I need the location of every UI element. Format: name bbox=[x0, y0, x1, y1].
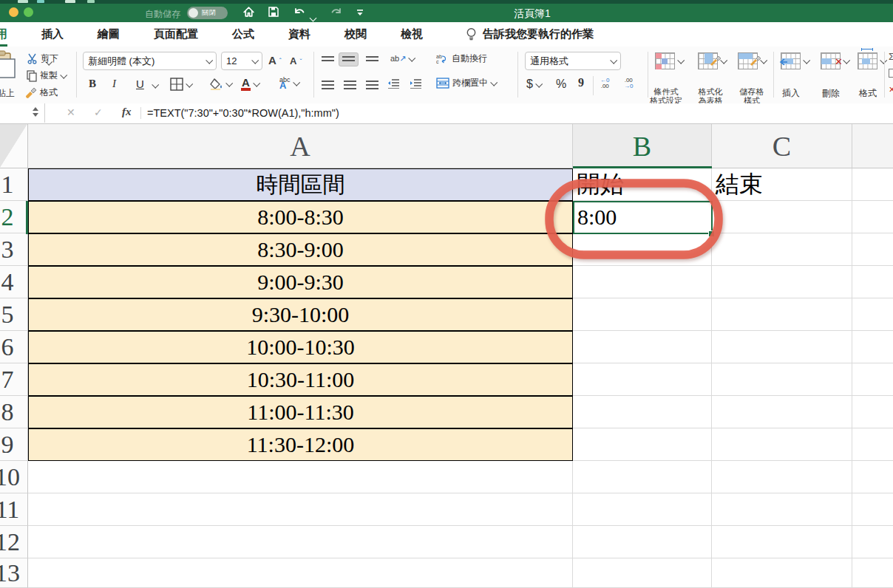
grid-cell[interactable] bbox=[573, 526, 712, 558]
grid-cell[interactable] bbox=[852, 526, 893, 558]
home-icon[interactable] bbox=[242, 6, 255, 18]
merge-center-chevron-icon[interactable] bbox=[490, 79, 498, 86]
row-header-5[interactable]: 5 bbox=[0, 298, 28, 331]
grid-cell[interactable] bbox=[852, 266, 893, 298]
increase-indent-button[interactable] bbox=[410, 79, 422, 89]
column-header-C[interactable]: C bbox=[712, 124, 852, 168]
grid-cell[interactable] bbox=[28, 558, 573, 588]
zoom-traffic-light[interactable] bbox=[24, 7, 33, 17]
grid-cell[interactable] bbox=[852, 363, 893, 396]
column-header-B[interactable]: B bbox=[573, 124, 712, 168]
row-header-7[interactable]: 7 bbox=[0, 363, 28, 396]
column-header-A[interactable]: A bbox=[28, 124, 573, 168]
row-header-12[interactable]: 12 bbox=[0, 526, 28, 558]
ribbon-tab-校閱[interactable]: 校閱 bbox=[344, 23, 367, 47]
grid-cell[interactable] bbox=[852, 558, 893, 588]
row-header-8[interactable]: 8 bbox=[0, 396, 28, 428]
format-painter-button[interactable]: 格式 bbox=[25, 86, 58, 99]
cell-styles-button[interactable] bbox=[738, 52, 766, 69]
grid-cell[interactable] bbox=[28, 493, 573, 526]
select-all-corner[interactable] bbox=[0, 124, 28, 168]
bold-button[interactable]: B bbox=[89, 78, 96, 90]
name-box[interactable] bbox=[0, 103, 45, 123]
increase-decimal-button[interactable]: ←0.00 bbox=[600, 78, 609, 89]
underline-button[interactable]: U bbox=[136, 78, 144, 90]
paste-button[interactable] bbox=[0, 50, 16, 78]
row-header-9[interactable]: 9 bbox=[0, 428, 28, 461]
row-header-10[interactable]: 10 bbox=[0, 461, 28, 493]
format-cells-button[interactable] bbox=[858, 52, 886, 69]
ribbon-tab-常用[interactable]: 常用 bbox=[0, 23, 7, 47]
grid-cell[interactable] bbox=[712, 461, 852, 493]
grid-cell[interactable] bbox=[852, 461, 893, 493]
ribbon-tab-公式[interactable]: 公式 bbox=[232, 23, 254, 47]
copy-button[interactable]: 複製 bbox=[27, 69, 66, 82]
grid-cell[interactable] bbox=[573, 558, 712, 588]
cell-A8[interactable]: 11:00-11:30 bbox=[28, 396, 573, 428]
decrease-indent-button[interactable] bbox=[387, 79, 400, 89]
tellme-button[interactable]: 告訴我您要執行的作業 bbox=[466, 27, 594, 41]
orientation-chevron-icon[interactable] bbox=[409, 55, 416, 62]
cell-A7[interactable]: 10:30-11:00 bbox=[28, 363, 573, 396]
font-color-chevron-icon[interactable] bbox=[253, 80, 260, 87]
cell-A9[interactable]: 11:30-12:00 bbox=[28, 428, 573, 461]
borders-chevron-icon[interactable] bbox=[186, 80, 193, 87]
delete-cells-chevron-icon[interactable] bbox=[843, 57, 850, 64]
ribbon-tab-頁面配置[interactable]: 頁面配置 bbox=[154, 23, 198, 47]
row-header-1[interactable]: 1 bbox=[0, 168, 28, 201]
grid-cell[interactable] bbox=[712, 396, 852, 428]
align-center-button[interactable] bbox=[340, 77, 360, 93]
cell-A6[interactable]: 10:00-10:30 bbox=[28, 331, 573, 363]
grid-cell[interactable] bbox=[712, 363, 852, 396]
grid-cell[interactable] bbox=[712, 331, 852, 363]
grid-cell[interactable] bbox=[573, 266, 712, 298]
minimize-traffic-light[interactable] bbox=[9, 7, 18, 17]
grid-cell[interactable] bbox=[28, 461, 573, 493]
row-header-3[interactable]: 3 bbox=[0, 233, 28, 266]
cell-A3[interactable]: 8:30-9:00 bbox=[28, 233, 573, 266]
save-icon[interactable] bbox=[268, 6, 279, 18]
grid-cell[interactable] bbox=[573, 396, 712, 428]
column-header-blank[interactable] bbox=[852, 124, 893, 168]
grid-cell[interactable] bbox=[573, 428, 712, 461]
cell-A1[interactable]: 時間區間 bbox=[28, 168, 573, 201]
decrease-decimal-button[interactable]: .00→0 bbox=[624, 78, 633, 89]
grid-cell[interactable] bbox=[852, 168, 893, 201]
cell-A2[interactable]: 8:00-8:30 bbox=[28, 201, 573, 233]
phonetic-chevron-icon[interactable] bbox=[293, 79, 300, 86]
grid-cell[interactable] bbox=[852, 233, 893, 266]
italic-button[interactable]: I bbox=[112, 78, 116, 90]
grid-cell[interactable] bbox=[573, 331, 712, 363]
borders-button[interactable] bbox=[170, 78, 191, 91]
customize-toolbar-icon[interactable] bbox=[356, 9, 364, 16]
merge-center-button[interactable]: 跨欄置中 bbox=[436, 77, 496, 89]
row-header-13[interactable]: 13 bbox=[0, 558, 28, 588]
row-header-6[interactable]: 6 bbox=[0, 331, 28, 363]
row-header-4[interactable]: 4 bbox=[0, 266, 28, 298]
wrap-text-button[interactable]: abc 自動換行 bbox=[436, 52, 487, 65]
undo-icon[interactable] bbox=[293, 6, 306, 18]
grid-cell[interactable] bbox=[573, 493, 712, 526]
grid-cell[interactable] bbox=[712, 298, 852, 331]
insert-cells-button[interactable] bbox=[781, 52, 809, 69]
cut-button[interactable]: 剪下 bbox=[27, 52, 58, 65]
ribbon-tab-檢視[interactable]: 檢視 bbox=[401, 23, 423, 47]
autosave-toggle[interactable]: 關閉 bbox=[187, 7, 228, 19]
number-format-combo[interactable]: 通用格式 bbox=[525, 52, 621, 70]
conditional-formatting-button[interactable] bbox=[655, 52, 683, 69]
name-box-stepper[interactable] bbox=[33, 107, 38, 117]
grid-cell[interactable] bbox=[573, 461, 712, 493]
grid-cell[interactable] bbox=[573, 298, 712, 331]
grid-cell[interactable] bbox=[852, 201, 893, 233]
redo-icon[interactable] bbox=[330, 6, 343, 18]
grid-cell[interactable] bbox=[852, 493, 893, 526]
align-right-button[interactable] bbox=[362, 77, 382, 93]
fill-color-chevron-icon[interactable] bbox=[225, 80, 233, 87]
formula-input[interactable]: =TEXT("7:30"+"0:30"*ROW(A1),"h:mm") bbox=[147, 107, 339, 119]
grid-cell[interactable] bbox=[712, 558, 852, 588]
font-name-combo[interactable]: 新細明體 (本文) bbox=[83, 52, 217, 70]
grid-cell[interactable] bbox=[712, 266, 852, 298]
fill-color-button[interactable] bbox=[210, 78, 231, 90]
increase-font-button[interactable]: Aˆ bbox=[268, 54, 282, 66]
format-as-table-button[interactable] bbox=[698, 52, 726, 69]
